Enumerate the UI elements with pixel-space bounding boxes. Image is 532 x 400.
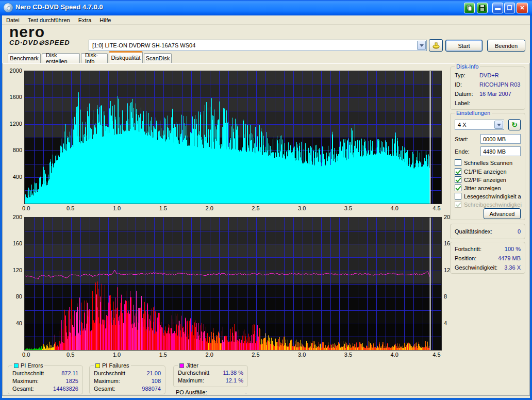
eject-disc-button[interactable] [429,39,443,52]
advanced-button[interactable]: Advanced [484,208,521,219]
refresh-button[interactable]: ↻ [508,119,521,130]
quit-button-label: Beenden [495,43,518,49]
disk-info-title: Disk-Info [455,63,480,70]
stat-label: Durchschnitt [94,370,125,376]
pi-failures-stats-title: PI Failures [94,362,131,369]
menu-extra[interactable]: Extra [74,16,96,24]
pif_jitter_chart-x-tick: 0.0 [22,352,35,358]
checkbox-box [455,159,461,166]
position-label: Position: [455,255,476,261]
quality-index-value: 0 [518,228,521,235]
speed-select-arrow[interactable] [494,121,503,129]
checkbox-lesegeschwindigkeit[interactable]: Lesegeschwindigkeit a [455,192,521,200]
stat-value: 108 [152,378,161,384]
restore-button[interactable]: ❐ [504,3,515,13]
pie_chart-x-tick: 2.0 [203,205,215,211]
checkbox-c1-pie[interactable]: C1/PIE anzeigen [455,168,507,175]
pie_chart-y-tick: 1200 [3,121,22,127]
speed-select[interactable]: 4 X [455,120,504,130]
tab-diskqualitaet[interactable]: Diskqualität [109,51,143,63]
stat-value: 988074 [142,386,161,392]
checkbox-jitter[interactable]: Jitter anzeigen [455,184,501,192]
stat-value: 1825 [66,378,78,384]
checkbox-label: Schnelles Scannen [464,160,512,166]
chevron-down-icon [497,124,501,126]
stat-label: Maximum: [178,377,204,384]
menu-hilfe[interactable]: Hilfe [95,16,115,24]
pi-errors-stats-title: PI Errors [12,362,44,369]
jitter-stats-group: Jitter Durchschnitt11.38 % Maximum:12.1 … [173,365,248,387]
pif_jitter_chart-y2-tick: 8 [444,293,454,299]
window-title: Nero CD-DVD Speed 4.7.0.0 [15,3,103,11]
checkbox-label: Lesegeschwindigkeit a [464,193,521,199]
disk-datum-label: Datum: [455,91,473,97]
copy-icon [464,3,474,13]
po-failures-label: PO Ausfälle: [176,389,207,395]
pif_jitter_chart-x-tick: 2.5 [250,352,262,358]
disk-datum-value: 16 Mar 2007 [479,91,511,97]
nero-logo-subtext: CD·DVD⊘SPEED [9,39,87,46]
disk-typ-value: DVD+R [479,72,499,78]
checkbox-c2-pif[interactable]: C2/PIF anzeigen [455,176,506,184]
close-button[interactable]: ✕ [517,3,528,13]
checkbox-schnelles-scannen[interactable]: Schnelles Scannen [455,159,512,166]
pie_chart-y-tick: 400 [3,174,22,180]
start-button-label: Start [458,43,470,49]
stat-label: Maximum: [12,378,39,384]
pif_jitter_chart-x-tick: 4.5 [430,352,443,358]
stats-title-text: PI Failures [102,362,129,369]
pif_jitter_chart-x-tick: 3.0 [296,352,308,358]
stat-value: 12.1 % [226,377,243,384]
pie_chart-x-tick: 4.0 [388,205,401,211]
pif_jitter_chart-y-tick: 200 [3,214,22,220]
pif_jitter_chart-x-tick: 2.0 [203,352,215,358]
quit-button[interactable]: Beenden [487,40,525,52]
drive-select-arrow[interactable] [417,41,426,50]
end-mb-label: Ende: [455,148,470,155]
settings-title: Einstellungen [455,110,492,116]
pif_jitter_chart-y2-tick: 4 [444,320,454,326]
titlebar-copy-button[interactable] [464,3,475,13]
close-icon: ✕ [517,3,527,13]
drive-select[interactable]: [1:0] LITE-ON DVDRW SH-16A7S WS04 [89,40,427,51]
tab-benchmark[interactable]: Benchmark [8,53,41,63]
fortschritt-label: Fortschritt: [455,246,481,252]
pif_jitter_chart-x-tick: 0.5 [64,352,77,358]
checkbox-box [455,168,461,175]
start-mb-input[interactable] [480,134,521,144]
eject-disc-icon [432,42,440,49]
pie_chart-x-tick: 3.5 [342,205,354,211]
stats-title-text: PI Errors [21,362,43,369]
quality-index-label: Qualitätsindex: [455,228,492,235]
settings-group: Einstellungen 4 X ↻ Start: Ende: Schnell… [450,113,525,220]
end-mb-input[interactable] [480,146,521,156]
pi-failures-stats-group: PI Failures Durchschnitt21.00 Maximum:10… [89,365,165,394]
tab-disk-erstellen[interactable]: Disk erstellen [42,53,80,63]
start-button[interactable]: Start [445,40,483,52]
diskquality-panel: 2000160012008004000.00.51.01.52.02.53.03… [2,63,530,396]
tab-scandisk[interactable]: ScanDisk [144,53,172,63]
title-bar[interactable]: Nero CD-DVD Speed 4.7.0.0 ▬ ❐ ✕ [0,0,532,15]
tab-disk-info[interactable]: Disk-Info [81,53,108,63]
pif_jitter_chart-plot-area [24,217,442,351]
stat-value: 872.11 [61,370,78,376]
client-area: Datei Test durchführen Extra Hilfe nero … [2,15,530,398]
save-floppy-icon [477,3,487,13]
checkbox-label: C1/PIE anzeigen [464,169,507,175]
logo-cddvd: CD·DVD [9,39,39,46]
fortschritt-value: 100 % [505,246,521,252]
pie_chart-x-tick: 1.0 [111,205,123,211]
checkbox-label: Schreibgeschwindigkei [464,202,522,208]
stat-value: 21.00 [146,370,161,376]
nero-logo-text: nero [9,25,87,39]
stat-label: Maximum: [94,378,120,384]
disk-label-label: Label: [455,100,470,106]
titlebar-save-button[interactable] [477,3,488,13]
refresh-icon: ↻ [511,121,518,128]
minimize-button[interactable]: ▬ [492,3,503,13]
drive-select-value: [1:0] LITE-ON DVDRW SH-16A7S WS04 [89,42,417,48]
pif_jitter_chart-y-tick: 160 [3,240,22,246]
pie_chart-y-tick: 2000 [3,68,22,74]
speed-select-value: 4 X [455,122,494,128]
progress-group: Fortschritt:100 % Position:4479 MB Gesch… [450,242,525,274]
